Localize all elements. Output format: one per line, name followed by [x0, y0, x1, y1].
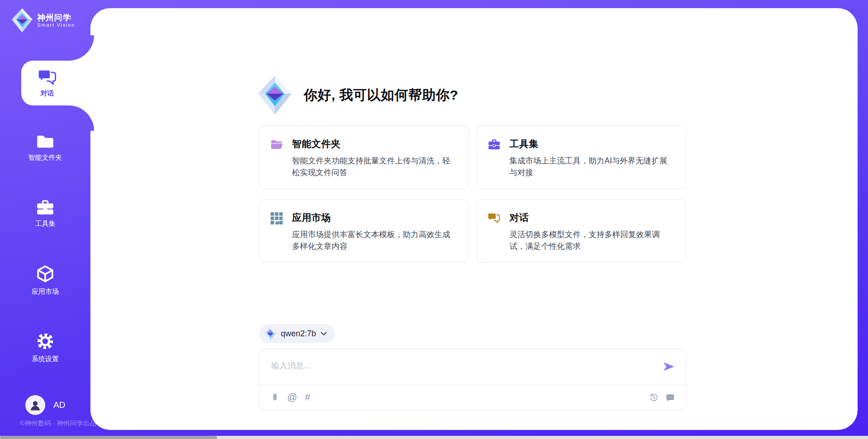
copyright-note: ©神州数码 · 神州问学出品	[20, 419, 96, 428]
hash-icon: #	[305, 392, 310, 402]
history-button[interactable]	[649, 393, 659, 402]
send-plane-icon	[662, 361, 675, 372]
mention-button[interactable]: @	[287, 392, 297, 402]
greeting-text: 你好, 我可以如何帮助你?	[304, 86, 458, 105]
card-title: 对话	[509, 211, 674, 224]
message-input[interactable]	[270, 355, 634, 376]
history-icon	[649, 393, 659, 402]
sidebar-item-smart-folder[interactable]: 智能文件夹	[0, 134, 90, 162]
open-folder-icon	[270, 138, 283, 150]
brand-diamond-icon	[264, 327, 276, 340]
user-name: AD	[53, 400, 65, 410]
card-toolset[interactable]: 工具集 集成市场上主流工具，助力AI与外界无缝扩展与对接	[476, 125, 686, 189]
sidebar-item-app-market[interactable]: 应用市场	[0, 264, 90, 296]
brand-diamond-icon	[12, 8, 33, 33]
brand-name: 神州问学	[37, 13, 75, 23]
chevron-down-icon	[321, 332, 327, 336]
toolbox-icon	[488, 138, 500, 150]
user-menu[interactable]: AD	[25, 395, 65, 415]
card-chat[interactable]: 对话 灵活切换多模型文件，支持多样回复效果调试，满足个性化需求	[476, 199, 686, 263]
topic-button[interactable]: #	[305, 392, 310, 402]
sidebar-item-label: 对话	[41, 89, 54, 98]
speech-bubble-icon	[665, 393, 675, 402]
card-description: 应用市场提供丰富长文本模板，助力高效生成多样化文章内容	[292, 229, 457, 253]
tab-fillet-bottom	[68, 105, 94, 131]
sidebar-item-settings[interactable]: 系统设置	[0, 332, 90, 363]
card-title: 智能文件夹	[292, 138, 457, 150]
toolbox-icon	[36, 199, 54, 215]
card-description: 集成市场上主流工具，助力AI与外界无缝扩展与对接	[509, 155, 674, 179]
sidebar-item-label: 系统设置	[32, 355, 59, 363]
gear-icon	[36, 332, 55, 351]
card-title: 工具集	[509, 138, 674, 150]
card-description: 灵活切换多模型文件，支持多样回复效果调试，满足个性化需求	[509, 229, 674, 253]
at-icon: @	[287, 392, 297, 402]
card-smart-folder[interactable]: 智能文件夹 智能文件夹功能支持批量文件上传与清洗，轻松实现文件问答	[259, 125, 469, 189]
app-window: 神州问学 Smart Vision 对话 智能文件夹 工具集 应用市场 系统设置	[0, 0, 868, 439]
feature-cards: 智能文件夹 智能文件夹功能支持批量文件上传与清洗，轻松实现文件问答 工具集 集成…	[259, 125, 686, 262]
card-app-market[interactable]: 应用市场 应用市场提供丰富长文本模板，助力高效生成多样化文章内容	[259, 199, 469, 263]
scrollbar-thumb[interactable]	[0, 436, 217, 439]
brand-logo-row: 神州问学 Smart Vision	[12, 8, 75, 33]
attach-button[interactable]	[270, 392, 279, 402]
folder-icon	[36, 134, 54, 149]
model-selector[interactable]: qwen2:7b	[259, 324, 335, 343]
brand-subtitle: Smart Vision	[37, 22, 75, 28]
composer-divider	[259, 384, 686, 385]
sidebar-item-label: 智能文件夹	[28, 153, 62, 162]
chat-bubble-button[interactable]	[665, 393, 675, 402]
card-description: 智能文件夹功能支持批量文件上传与清洗，轻松实现文件问答	[292, 155, 457, 179]
paperclip-icon	[270, 392, 279, 402]
send-button[interactable]	[662, 361, 675, 373]
greeting-row: 你好, 我可以如何帮助你?	[258, 75, 458, 115]
sidebar-item-label: 工具集	[35, 220, 56, 228]
chat-bubbles-icon	[488, 212, 500, 224]
horizontal-scrollbar[interactable]	[0, 436, 868, 439]
person-icon	[29, 399, 42, 411]
chat-bubbles-icon	[38, 69, 57, 86]
sidebar-item-chat[interactable]: 对话	[21, 61, 94, 105]
message-composer: @ #	[259, 348, 686, 410]
sidebar-item-label: 应用市场	[32, 287, 59, 296]
brand-diamond-icon	[258, 76, 292, 115]
grid-icon	[270, 212, 283, 224]
sidebar-item-toolset[interactable]: 工具集	[0, 199, 90, 228]
model-name: qwen2:7b	[281, 329, 316, 339]
card-title: 应用市场	[292, 211, 457, 224]
cube-icon	[36, 264, 55, 283]
tab-fillet-top	[68, 35, 94, 61]
avatar	[25, 395, 45, 415]
